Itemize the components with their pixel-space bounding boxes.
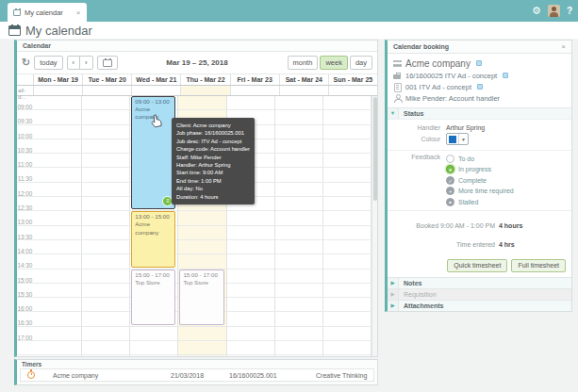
booking-link[interactable]: 001 ITV Ad - concept: [393, 81, 566, 92]
phase-icon: [393, 83, 402, 91]
section-notes[interactable]: ▶ Notes: [388, 277, 571, 288]
all-day-cell[interactable]: [280, 86, 329, 95]
view-button[interactable]: week: [320, 56, 348, 70]
radio-icon[interactable]: ≡: [446, 165, 454, 173]
booking-link[interactable]: 16/1600025 ITV Ad - concept: [393, 70, 566, 81]
day-header[interactable]: Sat - Mar 24: [280, 74, 329, 85]
chevron-down-icon[interactable]: ▼: [388, 108, 399, 119]
tooltip-line: Start time: 9:00 AM: [176, 169, 250, 176]
radio-todo[interactable]: To do: [446, 154, 514, 164]
booking-link-label[interactable]: 001 ITV Ad - concept: [405, 83, 471, 91]
calendar-event[interactable]: 15:00 - 17:00Top Store: [179, 270, 223, 325]
next-button[interactable]: ›: [79, 56, 93, 70]
time-label: 10:00: [17, 132, 33, 139]
popup-icon[interactable]: [477, 84, 483, 90]
event-title: Top Store: [183, 279, 220, 286]
day-header[interactable]: Fri - Mar 23: [231, 74, 280, 85]
booking-panel-title: Calendar booking: [393, 43, 449, 50]
date-nav: ‹ ›: [67, 56, 93, 70]
time-label: 13:00: [17, 218, 33, 225]
all-day-cell[interactable]: [132, 86, 181, 95]
time-label: 11:00: [17, 160, 33, 168]
booking-link-label[interactable]: Acme company: [405, 58, 471, 69]
booking-link[interactable]: Mike Pender: Account handler: [393, 92, 566, 104]
close-icon[interactable]: ×: [561, 42, 566, 51]
booking-link-label[interactable]: 16/1600025 ITV Ad - concept: [405, 72, 497, 80]
scrollbar-thumb[interactable]: [373, 97, 377, 201]
section-status[interactable]: ▼ Status: [388, 107, 571, 119]
section-requisition[interactable]: ▶ Requisition: [388, 288, 571, 300]
popup-icon[interactable]: [476, 60, 482, 66]
help-icon[interactable]: ?: [567, 6, 572, 16]
all-day-cell[interactable]: [231, 86, 280, 95]
prev-button[interactable]: ‹: [67, 56, 81, 70]
timer-date: 21/03/2018: [171, 372, 229, 379]
radio-icon[interactable]: +: [446, 187, 454, 195]
time-label: 09:30: [17, 117, 33, 124]
timer-row[interactable]: Acme company 21/03/2018 16/1600025.001 C…: [20, 368, 374, 382]
view-button[interactable]: day: [350, 56, 372, 70]
day-header[interactable]: Tue - Mar 20: [83, 74, 132, 85]
refresh-icon[interactable]: ↻: [22, 57, 30, 69]
all-day-cell[interactable]: [329, 86, 377, 95]
radio-stalled[interactable]: ■ Stalled: [446, 197, 514, 207]
booking-links: Acme company 16/1600025 ITV Ad - concept…: [388, 54, 571, 107]
radio-more-time[interactable]: + More time required: [446, 187, 514, 197]
avatar[interactable]: [548, 5, 560, 17]
feedback-options: To do ≡ In progress ✓ Complete: [446, 154, 514, 207]
all-day-cell[interactable]: [181, 86, 230, 95]
day-header[interactable]: Sun - Mar 25: [329, 74, 377, 85]
tooltip-line: Staff: Mike Pender: [176, 154, 250, 161]
event-title: Top Store: [135, 279, 172, 286]
radio-icon[interactable]: [446, 155, 454, 163]
event-title: Acme company: [135, 220, 172, 236]
radio-icon[interactable]: ■: [446, 198, 454, 206]
booked-label: Booked 9:00 AM - 1:00 PM: [393, 222, 495, 229]
popup-icon[interactable]: [503, 73, 508, 78]
time-label: 15:30: [17, 290, 33, 298]
radio-in-progress[interactable]: ≡ In progress: [446, 165, 514, 175]
calendar-event[interactable]: 13:00 - 15:00Acme company: [131, 211, 175, 267]
all-day-cell[interactable]: [83, 86, 132, 95]
all-day-label: all-d...: [17, 86, 34, 95]
time-label: 12:00: [17, 189, 33, 197]
event-tooltip: Client: Acme companyJob phase: 16/160002…: [172, 118, 255, 204]
quick-timesheet-button[interactable]: Quick timesheet: [447, 259, 507, 272]
colour-dropdown[interactable]: ▼: [446, 133, 469, 145]
handler-label: Handler: [393, 124, 440, 131]
chevron-right-icon[interactable]: ▶: [388, 278, 399, 288]
calendar-toolbar: ↻ today ‹ › Mar 19 – 25, 2018 monthweekd…: [17, 52, 377, 74]
timer-icon: [27, 371, 35, 379]
full-timesheet-button[interactable]: Full timesheet: [511, 259, 566, 272]
chevron-right-icon[interactable]: ▶: [388, 301, 399, 311]
day-header[interactable]: Wed - Mar 21: [132, 74, 181, 85]
booking-panel-header: Calendar booking ×: [388, 41, 571, 54]
booking-link-label[interactable]: Mike Pender: Account handler: [405, 94, 500, 103]
chevron-right-icon[interactable]: ▶: [388, 289, 399, 300]
day-header-row: Mon - Mar 19Tue - Mar 20Wed - Mar 21Thu …: [17, 74, 377, 86]
day-header[interactable]: Mon - Mar 19: [34, 74, 83, 85]
tab-my-calendar[interactable]: My calendar ×: [8, 3, 87, 22]
gear-icon[interactable]: ⚙: [532, 5, 541, 17]
job-icon: [393, 72, 402, 80]
close-icon[interactable]: ×: [76, 8, 81, 17]
calendar-event[interactable]: 15:00 - 17:00Top Store: [131, 270, 175, 325]
radio-icon[interactable]: ✓: [446, 176, 454, 185]
vertical-scrollbar[interactable]: [372, 96, 377, 356]
time-label: 10:30: [17, 146, 33, 154]
feedback-label: Feedback: [393, 154, 440, 160]
booking-link[interactable]: Acme company: [393, 57, 566, 70]
date-picker-button[interactable]: [97, 56, 118, 70]
topbar-actions: ⚙ ?: [532, 0, 572, 22]
view-button[interactable]: month: [288, 56, 319, 70]
time-label: 14:30: [17, 261, 33, 269]
all-day-cell[interactable]: [34, 86, 83, 95]
section-attachments[interactable]: ▶ Attachments: [388, 300, 571, 311]
dropdown-divider: [458, 134, 459, 144]
radio-complete[interactable]: ✓ Complete: [446, 175, 514, 186]
avatar-body: [550, 12, 558, 17]
today-button[interactable]: today: [34, 56, 62, 70]
tooltip-line: Client: Acme company: [176, 122, 250, 129]
day-header[interactable]: Thu - Mar 22: [181, 74, 230, 85]
tooltip-line: Charge code: Account handler: [176, 145, 250, 153]
